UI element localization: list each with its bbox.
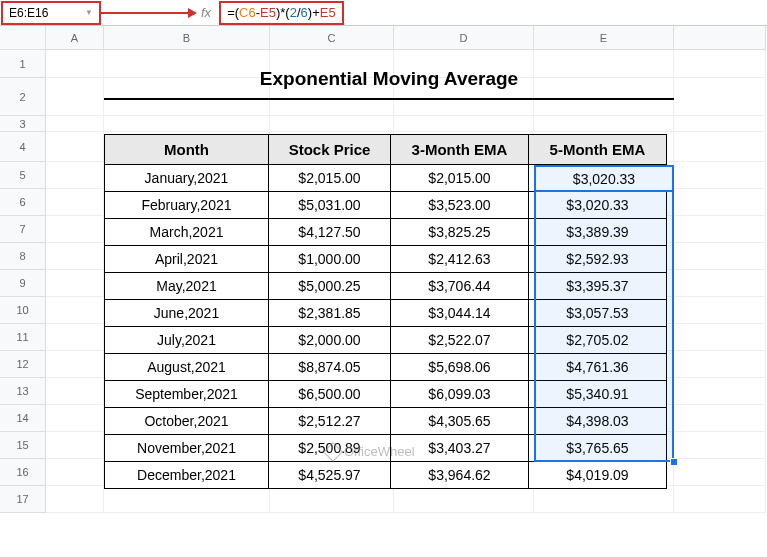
row-header-11[interactable]: 11 xyxy=(0,324,46,351)
cell-month[interactable]: November,2021 xyxy=(105,435,269,462)
row-header-1[interactable]: 1 xyxy=(0,50,46,78)
cell-month[interactable]: April,2021 xyxy=(105,246,269,273)
cell[interactable] xyxy=(674,378,766,405)
cell[interactable] xyxy=(46,432,104,459)
cell-price[interactable]: $8,874.05 xyxy=(269,354,391,381)
row-header-6[interactable]: 6 xyxy=(0,189,46,216)
cell[interactable] xyxy=(46,459,104,486)
cell[interactable] xyxy=(46,78,104,116)
cell-ema3[interactable]: $3,523.00 xyxy=(391,192,529,219)
cell-month[interactable]: July,2021 xyxy=(105,327,269,354)
name-box[interactable]: E6:E16 ▼ xyxy=(1,1,101,25)
cell-price[interactable]: $2,000.00 xyxy=(269,327,391,354)
row-header-13[interactable]: 13 xyxy=(0,378,46,405)
cell[interactable] xyxy=(270,486,394,513)
row-header-7[interactable]: 7 xyxy=(0,216,46,243)
cell-ema5[interactable]: $5,340.91 xyxy=(529,381,667,408)
header-ema5[interactable]: 5-Month EMA xyxy=(529,135,667,165)
cell[interactable] xyxy=(674,405,766,432)
cell[interactable] xyxy=(46,270,104,297)
cell[interactable] xyxy=(674,162,766,189)
cell[interactable] xyxy=(46,216,104,243)
cell-month[interactable]: August,2021 xyxy=(105,354,269,381)
cell-month[interactable]: May,2021 xyxy=(105,273,269,300)
cell-ema3[interactable]: $3,706.44 xyxy=(391,273,529,300)
cell-month[interactable]: March,2021 xyxy=(105,219,269,246)
row-header-2[interactable]: 2 xyxy=(0,78,46,116)
cell-ema5[interactable]: $2,015.00 xyxy=(529,165,667,192)
cell[interactable] xyxy=(674,189,766,216)
cell[interactable] xyxy=(674,243,766,270)
cell-price[interactable]: $2,512.27 xyxy=(269,408,391,435)
header-price[interactable]: Stock Price xyxy=(269,135,391,165)
cell[interactable] xyxy=(674,216,766,243)
cell-ema5[interactable]: $2,592.93 xyxy=(529,246,667,273)
cell-month[interactable]: September,2021 xyxy=(105,381,269,408)
col-header-a[interactable]: A xyxy=(46,26,104,50)
formula-input[interactable]: = ( C6 - E5 ) * ( 2 / 6 ) + E5 xyxy=(219,1,344,25)
row-header-9[interactable]: 9 xyxy=(0,270,46,297)
cell[interactable] xyxy=(46,486,104,513)
col-header-b[interactable]: B xyxy=(104,26,270,50)
cell[interactable] xyxy=(46,189,104,216)
cell[interactable] xyxy=(104,486,270,513)
cell[interactable] xyxy=(46,351,104,378)
cell[interactable] xyxy=(394,486,534,513)
cell-ema5[interactable]: $3,389.39 xyxy=(529,219,667,246)
select-all-corner[interactable] xyxy=(0,26,46,50)
cell-price[interactable]: $1,000.00 xyxy=(269,246,391,273)
cell-price[interactable]: $5,000.25 xyxy=(269,273,391,300)
row-header-12[interactable]: 12 xyxy=(0,351,46,378)
cell[interactable] xyxy=(46,297,104,324)
cell[interactable] xyxy=(46,116,104,132)
cell-price[interactable]: $4,127.50 xyxy=(269,219,391,246)
cell-ema3[interactable]: $2,412.63 xyxy=(391,246,529,273)
cell[interactable] xyxy=(674,459,766,486)
row-header-4[interactable]: 4 xyxy=(0,132,46,162)
cell[interactable] xyxy=(534,486,674,513)
cell[interactable] xyxy=(46,132,104,162)
cell[interactable] xyxy=(46,162,104,189)
row-header-15[interactable]: 15 xyxy=(0,432,46,459)
cell-ema5[interactable]: $3,765.65 xyxy=(529,435,667,462)
cell-month[interactable]: January,2021 xyxy=(105,165,269,192)
dropdown-icon[interactable]: ▼ xyxy=(85,8,93,17)
row-header-16[interactable]: 16 xyxy=(0,459,46,486)
cell[interactable] xyxy=(534,116,674,132)
cell[interactable] xyxy=(674,486,766,513)
row-header-14[interactable]: 14 xyxy=(0,405,46,432)
cell[interactable] xyxy=(674,50,766,78)
cell[interactable] xyxy=(104,116,270,132)
cell-month[interactable]: October,2021 xyxy=(105,408,269,435)
cell[interactable] xyxy=(674,351,766,378)
cell-price[interactable]: $2,381.85 xyxy=(269,300,391,327)
header-ema3[interactable]: 3-Month EMA xyxy=(391,135,529,165)
cell-ema5[interactable]: $3,057.53 xyxy=(529,300,667,327)
cell-month[interactable]: February,2021 xyxy=(105,192,269,219)
cell-price[interactable]: $5,031.00 xyxy=(269,192,391,219)
cell[interactable] xyxy=(674,132,766,162)
cell-price[interactable]: $4,525.97 xyxy=(269,462,391,489)
cell[interactable] xyxy=(46,405,104,432)
cell-ema3[interactable]: $3,964.62 xyxy=(391,462,529,489)
cell[interactable] xyxy=(674,116,766,132)
cell-ema3[interactable]: $3,044.14 xyxy=(391,300,529,327)
cell[interactable] xyxy=(674,324,766,351)
cell-ema5[interactable]: $3,020.33 xyxy=(529,192,667,219)
cell[interactable] xyxy=(46,324,104,351)
cell[interactable] xyxy=(46,378,104,405)
row-header-5[interactable]: 5 xyxy=(0,162,46,189)
header-month[interactable]: Month xyxy=(105,135,269,165)
cell[interactable] xyxy=(270,116,394,132)
row-header-3[interactable]: 3 xyxy=(0,116,46,132)
spreadsheet-grid[interactable]: 1234567891011121314151617 ABCDE Exponent… xyxy=(0,26,767,513)
row-header-8[interactable]: 8 xyxy=(0,243,46,270)
col-header-e[interactable]: E xyxy=(534,26,674,50)
cell-ema5[interactable]: $4,019.09 xyxy=(529,462,667,489)
col-header-c[interactable]: C xyxy=(270,26,394,50)
fill-handle[interactable] xyxy=(670,458,678,466)
cell-ema5[interactable]: $3,395.37 xyxy=(529,273,667,300)
cell-ema5[interactable]: $4,398.03 xyxy=(529,408,667,435)
cell[interactable] xyxy=(674,270,766,297)
cell[interactable] xyxy=(674,432,766,459)
